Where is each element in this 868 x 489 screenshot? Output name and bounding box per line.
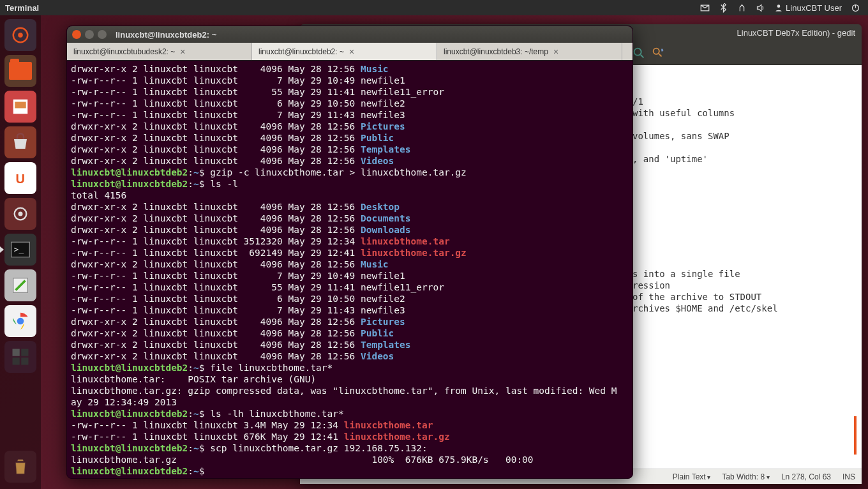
gedit-tab-width[interactable]: Tab Width: 8	[722, 472, 769, 481]
terminal-tab-label: linuxcbt@linuxcbtubudesk2: ~	[73, 47, 175, 56]
terminal-line: -rw-r--r-- 1 linuxcbt linuxcbt 7 May 29 …	[71, 270, 629, 282]
terminal-icon[interactable]: >_	[4, 234, 36, 266]
mail-icon[interactable]	[700, 3, 710, 13]
terminal-line: linuxcbt@linuxcbtdeb2:~$ ls -lh linuxcbt…	[71, 408, 629, 419]
gedit-syntax-mode[interactable]: Plain Text	[673, 472, 711, 481]
find-replace-icon[interactable]	[651, 46, 665, 60]
svg-point-14	[17, 318, 24, 325]
terminal-tabbar: linuxcbt@linuxcbtubudesk2: ~×linuxcbt@li…	[67, 43, 632, 61]
terminal-tab-label: linuxcbt@linuxcbtdeb2: ~	[258, 47, 344, 56]
terminal-line: -rw-r--r-- 1 linuxcbt linuxcbt 55 May 29…	[71, 86, 629, 98]
files-icon[interactable]	[4, 55, 36, 87]
user-label: LinuxCBT User	[786, 3, 842, 13]
window-minimize-button[interactable]	[85, 30, 94, 39]
user-menu[interactable]: LinuxCBT User	[774, 3, 842, 13]
svg-rect-16	[21, 349, 28, 356]
terminal-line: drwxr-xr-x 2 linuxcbt linuxcbt 4096 May …	[71, 121, 629, 132]
terminal-line: -rw-r--r-- 1 linuxcbt linuxcbt 676K May …	[71, 431, 629, 442]
software-center-icon[interactable]	[4, 126, 36, 158]
power-icon[interactable]	[851, 3, 860, 13]
terminal-line: drwxr-xr-x 2 linuxcbt linuxcbt 4096 May …	[71, 224, 629, 236]
svg-rect-15	[13, 349, 20, 356]
ubuntu-one-icon[interactable]: U	[4, 162, 36, 194]
terminal-line: drwxr-xr-x 2 linuxcbt linuxcbt 4096 May …	[71, 63, 629, 75]
gedit-cursor-pos: Ln 278, Col 63	[781, 472, 831, 481]
svg-point-0	[777, 4, 781, 8]
terminal-line: ay 29 12:34:49 2013	[71, 396, 629, 408]
svg-point-19	[634, 48, 641, 55]
network-icon[interactable]	[737, 3, 747, 13]
terminal-line: linuxcbt@linuxcbtdeb2:~$ ls -l	[71, 178, 629, 190]
terminal-line: drwxr-xr-x 2 linuxcbt linuxcbt 4096 May …	[71, 350, 629, 362]
terminal-line: drwxr-xr-x 2 linuxcbt linuxcbt 4096 May …	[71, 144, 629, 155]
dash-icon[interactable]	[4, 19, 36, 51]
terminal-line: drwxr-xr-x 2 linuxcbt linuxcbt 4096 May …	[71, 316, 629, 327]
terminal-line: drwxr-xr-x 2 linuxcbt linuxcbt 4096 May …	[71, 327, 629, 339]
search-icon[interactable]	[632, 46, 646, 60]
terminal-line: drwxr-xr-x 2 linuxcbt linuxcbt 4096 May …	[71, 155, 629, 167]
terminal-tab-2[interactable]: linuxcbt@linuxcbtdeb3: ~/temp×	[437, 43, 622, 60]
terminal-tab-label: linuxcbt@linuxcbtdeb3: ~/temp	[444, 47, 548, 56]
tab-close-icon[interactable]: ×	[553, 47, 558, 57]
terminal-line: drwxr-xr-x 2 linuxcbt linuxcbt 4096 May …	[71, 339, 629, 350]
terminal-tab-1[interactable]: linuxcbt@linuxcbtdeb2: ~×	[252, 43, 437, 60]
terminal-line: -rw-r--r-- 1 linuxcbt linuxcbt 3.4M May …	[71, 419, 629, 431]
window-maximize-button[interactable]	[98, 30, 107, 39]
settings-icon[interactable]	[4, 198, 36, 230]
gedit-icon[interactable]	[4, 269, 36, 301]
terminal-line: linuxcbt@linuxcbtdeb2:~$	[71, 465, 629, 477]
unity-launcher: U>_	[0, 15, 41, 489]
terminal-line: drwxr-xr-x 2 linuxcbt linuxcbt 4096 May …	[71, 259, 629, 270]
terminal-line: drwxr-xr-x 2 linuxcbt linuxcbt 4096 May …	[71, 213, 629, 224]
terminal-line: drwxr-xr-x 2 linuxcbt linuxcbt 4096 May …	[71, 201, 629, 213]
svg-point-9	[19, 212, 23, 216]
terminal-line: linuxcbt@linuxcbtdeb2:~$ scp linuxcbthom…	[71, 442, 629, 454]
terminal-line: -rw-r--r-- 1 linuxcbt linuxcbt 7 May 29 …	[71, 75, 629, 86]
impress-icon[interactable]	[4, 91, 36, 123]
terminal-line: linuxcbthome.tar.gz: gzip compressed dat…	[71, 385, 629, 396]
chrome-icon[interactable]	[4, 305, 36, 337]
terminal-titlebar[interactable]: linuxcbt@linuxcbtdeb2: ~	[67, 26, 632, 43]
terminal-line: -rw-r--r-- 1 linuxcbt linuxcbt 692149 Ma…	[71, 247, 629, 259]
gedit-insert-mode: INS	[842, 472, 855, 481]
terminal-line: -rw-r--r-- 1 linuxcbt linuxcbt 6 May 29 …	[71, 293, 629, 305]
system-tray: LinuxCBT User	[700, 3, 868, 13]
active-app-label: Terminal	[0, 3, 39, 13]
terminal-line: -rw-r--r-- 1 linuxcbt linuxcbt 7 May 29 …	[71, 109, 629, 121]
bluetooth-icon[interactable]	[719, 3, 728, 13]
svg-point-20	[654, 48, 659, 54]
terminal-tab-0[interactable]: linuxcbt@linuxcbtubudesk2: ~×	[67, 43, 252, 60]
terminal-line: -rw-r--r-- 1 linuxcbt linuxcbt 3512320 M…	[71, 236, 629, 247]
tab-close-icon[interactable]: ×	[180, 47, 185, 57]
trash-icon[interactable]	[4, 451, 36, 483]
terminal-line: total 4156	[71, 190, 629, 201]
terminal-title-text: linuxcbt@linuxcbtdeb2: ~	[116, 30, 216, 40]
workspace-icon[interactable]	[4, 341, 36, 373]
gedit-title-text: LinuxCBT Deb7x Edition) - gedit	[737, 28, 855, 38]
svg-text:>_: >_	[14, 244, 24, 254]
terminal-line: linuxcbthome.tar: POSIX tar archive (GNU…	[71, 373, 629, 385]
tab-close-icon[interactable]: ×	[349, 47, 354, 57]
terminal-line: linuxcbt@linuxcbtdeb2:~$ gzip -c linuxcb…	[71, 167, 629, 178]
terminal-output[interactable]: drwxr-xr-x 2 linuxcbt linuxcbt 4096 May …	[67, 61, 632, 478]
svg-rect-17	[13, 357, 20, 365]
terminal-window[interactable]: linuxcbt@linuxcbtdeb2: ~ linuxcbt@linuxc…	[66, 26, 633, 479]
window-close-button[interactable]	[72, 30, 81, 39]
svg-rect-18	[21, 357, 28, 365]
volume-icon[interactable]	[756, 3, 765, 13]
svg-text:U: U	[16, 172, 25, 186]
top-panel: Terminal LinuxCBT User	[0, 0, 868, 15]
terminal-line: -rw-r--r-- 1 linuxcbt linuxcbt 7 May 29 …	[71, 305, 629, 316]
terminal-line: -rw-r--r-- 1 linuxcbt linuxcbt 55 May 29…	[71, 282, 629, 293]
terminal-line: -rw-r--r-- 1 linuxcbt linuxcbt 6 May 29 …	[71, 98, 629, 109]
terminal-line: linuxcbthome.tar.gz 100% 676KB 675.9KB/s…	[71, 454, 629, 465]
svg-rect-5	[15, 102, 26, 109]
terminal-line: drwxr-xr-x 2 linuxcbt linuxcbt 4096 May …	[71, 132, 629, 144]
gedit-overview-marker	[854, 416, 857, 455]
terminal-line: linuxcbt@linuxcbtdeb2:~$ file linuxcbtho…	[71, 362, 629, 373]
svg-point-3	[18, 33, 23, 38]
